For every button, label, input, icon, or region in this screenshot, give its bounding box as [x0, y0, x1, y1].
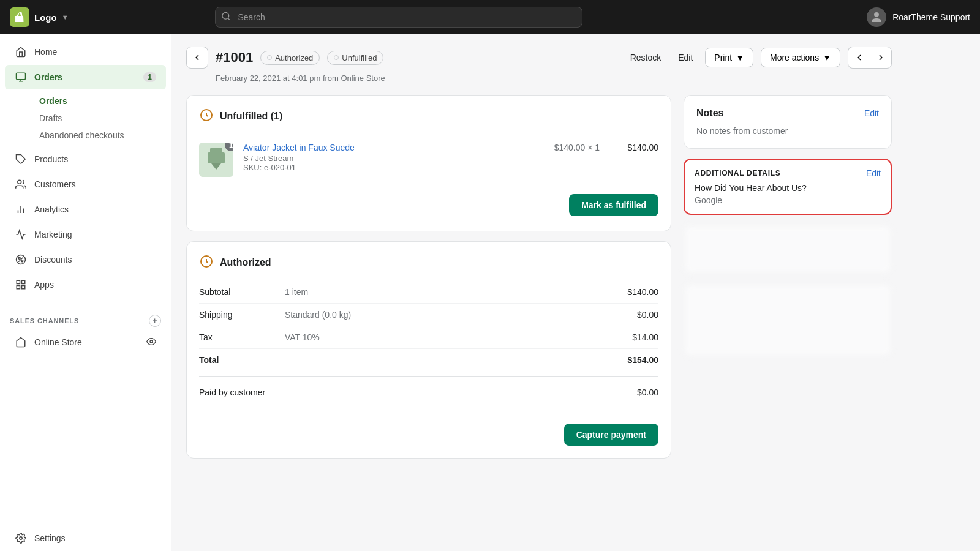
badge-authorized: Authorized	[260, 51, 320, 65]
sidebar-item-online-store[interactable]: Online Store	[5, 330, 166, 354]
more-actions-chevron-icon: ▼	[823, 53, 831, 62]
back-button[interactable]	[186, 47, 208, 69]
products-icon	[15, 153, 27, 165]
logo-area[interactable]: Logo ▼	[10, 7, 69, 27]
svg-rect-13	[22, 280, 25, 283]
top-bar: Logo ▼ RoarTheme Support	[0, 0, 980, 34]
additional-details-header: ADDITIONAL DETAILS Edit	[685, 160, 891, 183]
product-name[interactable]: Aviator Jacket in Faux Suede	[243, 143, 529, 152]
orders-badge: 1	[143, 72, 156, 82]
capture-payment-button[interactable]: Capture payment	[564, 424, 658, 446]
unfulfilled-title: Unfulfilled (1)	[199, 108, 658, 125]
payment-row-total: Total $154.00	[199, 349, 658, 371]
user-area: RoarTheme Support	[867, 7, 970, 27]
additional-details-body: How Did You Hear About Us? Google	[685, 183, 891, 214]
logo-label: Logo	[34, 12, 57, 23]
prev-order-button[interactable]	[848, 47, 870, 69]
search-bar	[215, 7, 582, 28]
avatar	[867, 7, 886, 27]
svg-rect-22	[208, 152, 211, 163]
notes-header: Notes Edit	[696, 108, 879, 119]
sidebar-sub-abandoned[interactable]: Abandoned checkouts	[29, 127, 171, 144]
badge-unfulfilled: Unfulfilled	[327, 51, 383, 65]
home-icon	[15, 46, 27, 58]
svg-point-9	[18, 257, 20, 259]
eye-icon[interactable]	[146, 337, 156, 348]
apps-icon	[15, 279, 27, 291]
restock-button[interactable]: Restock	[625, 49, 666, 66]
header-actions: Restock Edit Print ▼ More actions ▼	[625, 47, 892, 69]
sales-channels-label: SALES CHANNELS +	[0, 307, 171, 329]
unfulfilled-card: Unfulfilled (1)	[186, 95, 671, 231]
analytics-icon	[15, 203, 27, 216]
logo-chevron: ▼	[62, 13, 69, 21]
product-info: Aviator Jacket in Faux Suede S / Jet Str…	[243, 143, 529, 172]
svg-point-10	[21, 260, 23, 262]
sidebar-item-label-products: Products	[34, 154, 68, 164]
customers-icon	[15, 178, 27, 190]
additional-details-edit-button[interactable]: Edit	[866, 168, 881, 178]
fulfill-row: Mark as fulfilled	[199, 184, 658, 219]
notes-card: Notes Edit No notes from customer	[684, 95, 892, 149]
sidebar-item-settings[interactable]: Settings	[5, 526, 166, 550]
sidebar-item-label-marketing: Marketing	[34, 230, 72, 239]
svg-rect-1	[17, 73, 26, 80]
payment-divider	[199, 376, 658, 377]
main-col: Unfulfilled (1)	[186, 95, 671, 459]
order-meta: February 22, 2021 at 4:01 pm from Online…	[186, 73, 892, 83]
orders-icon	[15, 71, 27, 83]
product-variant: S / Jet Stream	[243, 154, 529, 163]
edit-button[interactable]: Edit	[673, 49, 698, 66]
payment-row-shipping: Shipping Standard (0.0 kg) $0.00	[199, 304, 658, 326]
discounts-icon	[15, 253, 27, 266]
sidebar-item-label-orders: Orders	[34, 72, 62, 82]
search-input[interactable]	[215, 7, 582, 28]
sidebar-item-label-discounts: Discounts	[34, 255, 72, 264]
svg-rect-14	[17, 286, 20, 289]
sidebar-sub-orders-list[interactable]: Orders	[29, 92, 171, 110]
additional-details-title: ADDITIONAL DETAILS	[695, 169, 781, 178]
sidebar-item-marketing[interactable]: Marketing	[5, 222, 166, 247]
next-order-button[interactable]	[870, 47, 892, 69]
two-col-layout: Unfulfilled (1)	[186, 95, 892, 459]
sidebar-item-discounts[interactable]: Discounts	[5, 247, 166, 272]
payment-row-tax: Tax VAT 10% $14.00	[199, 326, 658, 349]
mark-fulfilled-button[interactable]: Mark as fulfilled	[569, 194, 658, 216]
user-name: RoarTheme Support	[892, 12, 970, 22]
notes-empty: No notes from customer	[696, 126, 879, 136]
svg-rect-23	[221, 152, 225, 163]
order-nav-buttons	[848, 47, 892, 69]
print-chevron-icon: ▼	[736, 53, 744, 62]
sidebar-item-products[interactable]: Products	[5, 147, 166, 171]
svg-rect-15	[22, 286, 25, 289]
sidebar-item-home[interactable]: Home	[5, 40, 166, 64]
settings-icon	[15, 532, 27, 544]
blurred-card-2	[684, 283, 892, 357]
side-col: Notes Edit No notes from customer ADDITI…	[684, 95, 892, 459]
product-row: 1 Aviator Jacket in Faux Suede S / Jet S…	[199, 135, 658, 184]
sidebar-sub-drafts[interactable]: Drafts	[29, 110, 171, 127]
order-number: #1001	[216, 50, 253, 66]
print-button[interactable]: Print ▼	[705, 48, 753, 67]
sidebar-item-label-home: Home	[34, 47, 57, 57]
sidebar-item-label-apps: Apps	[34, 280, 54, 290]
authorized-icon	[199, 254, 214, 271]
authorized-card: Authorized Subtotal 1 item $140.00	[186, 241, 671, 459]
sidebar-item-analytics[interactable]: Analytics	[5, 197, 166, 222]
sidebar-item-orders[interactable]: Orders 1	[5, 65, 166, 89]
online-store-icon	[15, 336, 27, 348]
add-sales-channel-btn[interactable]: +	[149, 315, 161, 327]
sidebar-item-customers[interactable]: Customers	[5, 172, 166, 197]
additional-details-card: ADDITIONAL DETAILS Edit How Did You Hear…	[684, 159, 892, 215]
notes-edit-button[interactable]: Edit	[864, 108, 879, 118]
content-area: #1001 Authorized Unfulfilled Restock Edi…	[172, 34, 980, 551]
more-actions-button[interactable]: More actions ▼	[761, 48, 840, 67]
additional-answer: Google	[695, 195, 881, 205]
unfulfilled-icon	[199, 108, 214, 125]
unfulfilled-dot	[334, 55, 339, 60]
sales-channels-section: SALES CHANNELS + Online Store	[0, 302, 171, 360]
sidebar-item-label-settings: Settings	[34, 533, 66, 543]
sidebar-item-apps[interactable]: Apps	[5, 272, 166, 297]
sidebar: Home Orders 1 Orders Drafts	[0, 34, 172, 551]
search-icon	[221, 12, 231, 23]
